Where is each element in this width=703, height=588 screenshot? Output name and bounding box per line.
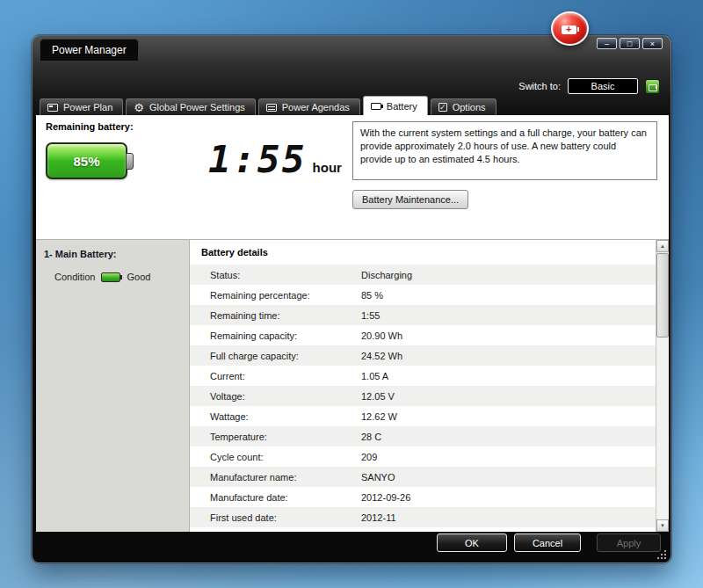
remaining-time-unit: hour bbox=[313, 160, 342, 175]
tab-label: Global Power Settings bbox=[149, 102, 245, 113]
window-title: Power Manager bbox=[40, 39, 139, 61]
detail-value: 1:55 bbox=[361, 310, 380, 321]
table-row: Wattage: 12.62 W bbox=[190, 406, 656, 426]
window-controls: – □ × bbox=[597, 38, 663, 49]
power-manager-alert-icon[interactable] bbox=[551, 11, 589, 46]
close-button[interactable]: × bbox=[642, 38, 663, 49]
remaining-battery-heading: Remaining battery: bbox=[46, 121, 134, 132]
document-icon bbox=[47, 104, 58, 112]
remaining-time-value: 1:55 bbox=[208, 141, 307, 178]
condition-value: Good bbox=[127, 272, 150, 282]
detail-label: Remaining percentage: bbox=[210, 290, 361, 301]
detail-value: 24.52 Wh bbox=[361, 351, 402, 361]
detail-label: Remaining capacity: bbox=[210, 330, 361, 341]
mode-switch-row: Switch to: Basic bbox=[518, 78, 660, 94]
resize-grip[interactable] bbox=[656, 548, 666, 559]
scrollbar-thumb[interactable] bbox=[656, 253, 669, 338]
detail-value: 209 bbox=[361, 452, 377, 462]
calendar-icon bbox=[266, 104, 277, 112]
switch-to-label: Switch to: bbox=[518, 81, 561, 91]
detail-label: Cycle count: bbox=[210, 452, 361, 462]
table-row: Remaining percentage: 85 % bbox=[190, 285, 656, 305]
tab-battery[interactable]: Battery bbox=[363, 96, 428, 115]
desktop: Power Manager – □ × Switch to: Basic Pow… bbox=[0, 0, 703, 588]
table-row: Full charge capacity: 24.52 Wh bbox=[190, 345, 656, 366]
detail-value: SANYO bbox=[361, 472, 395, 483]
tab-bar: Power Plan ⚙ Global Power Settings Power… bbox=[40, 96, 496, 115]
table-row: Manufacture date: 2012-09-26 bbox=[190, 487, 656, 507]
battery-description-box: With the current system settings and a f… bbox=[352, 121, 657, 180]
minimize-button[interactable]: – bbox=[597, 38, 617, 49]
detail-value: 1.05 A bbox=[361, 371, 388, 381]
tab-options[interactable]: ✓ Options bbox=[431, 98, 496, 115]
switch-to-basic-button[interactable]: Basic bbox=[568, 78, 638, 94]
detail-label: Status: bbox=[210, 270, 361, 280]
detail-label: Manufacture date: bbox=[210, 492, 361, 503]
battery-tab-content: Remaining battery: 85% 1:55 hour With th… bbox=[36, 115, 669, 532]
tab-label: Power Agendas bbox=[282, 102, 350, 113]
battery-maintenance-button[interactable]: Battery Maintenance... bbox=[352, 190, 468, 209]
tab-power-agendas[interactable]: Power Agendas bbox=[258, 98, 360, 115]
detail-label: Manufacturer name: bbox=[210, 472, 361, 483]
battery-details-heading: Battery details bbox=[190, 240, 656, 265]
detail-value: 2012-09-26 bbox=[361, 492, 410, 503]
power-manager-window: Power Manager – □ × Switch to: Basic Pow… bbox=[32, 35, 671, 563]
detail-label: Voltage: bbox=[210, 391, 361, 402]
condition-row: Condition Good bbox=[54, 272, 150, 282]
battery-level-graphic: 85% bbox=[46, 142, 127, 179]
table-row: First used date: 2012-11 bbox=[190, 507, 656, 527]
table-row: Current: 1.05 A bbox=[190, 366, 656, 386]
table-row: Voltage: 12.05 V bbox=[190, 386, 656, 406]
battery-plus-icon bbox=[562, 25, 576, 34]
battery-list-sidebar: 1- Main Battery: Condition Good bbox=[36, 239, 190, 532]
tab-label: Power Plan bbox=[63, 102, 112, 113]
tab-label: Battery bbox=[387, 101, 417, 112]
detail-label: Current: bbox=[210, 371, 361, 381]
gear-icon: ⚙ bbox=[134, 102, 144, 113]
table-row: Cycle count: 209 bbox=[190, 446, 656, 467]
detail-value: 2012-11 bbox=[361, 512, 396, 523]
table-row: Temperature: 28 C bbox=[190, 426, 656, 446]
detail-label: Temperature: bbox=[210, 432, 361, 442]
condition-label: Condition bbox=[54, 272, 95, 282]
detail-label: Remaining time: bbox=[210, 310, 361, 321]
detail-value: 28 C bbox=[361, 432, 381, 442]
detail-value: 20.90 Wh bbox=[361, 330, 402, 341]
tab-label: Options bbox=[453, 102, 486, 113]
battery-details-table: Status: Discharging Remaining percentage… bbox=[190, 265, 656, 527]
tab-power-plan[interactable]: Power Plan bbox=[40, 98, 123, 115]
remaining-time-display: 1:55 hour bbox=[208, 141, 342, 178]
table-row: Manufacturer name: SANYO bbox=[190, 467, 656, 487]
detail-label: Wattage: bbox=[210, 411, 361, 422]
dialog-footer: OK Cancel Apply bbox=[33, 530, 670, 563]
condition-battery-icon bbox=[101, 272, 120, 282]
maximize-button[interactable]: □ bbox=[620, 38, 640, 49]
detail-value: 12.62 W bbox=[361, 411, 397, 422]
cancel-button[interactable]: Cancel bbox=[514, 534, 581, 552]
detail-label: Full charge capacity: bbox=[210, 351, 361, 361]
battery-details-panel: Battery details Status: Discharging Rema… bbox=[190, 239, 656, 532]
details-scrollbar[interactable]: ▲ ▼ bbox=[656, 239, 669, 532]
detail-value: 12.05 V bbox=[361, 391, 395, 402]
scroll-down-icon[interactable]: ▼ bbox=[656, 519, 669, 532]
battery-icon bbox=[371, 103, 381, 110]
detail-value: Discharging bbox=[361, 270, 412, 280]
ok-button[interactable]: OK bbox=[437, 534, 507, 552]
checkbox-icon: ✓ bbox=[438, 103, 447, 112]
tab-global-power-settings[interactable]: ⚙ Global Power Settings bbox=[126, 98, 256, 115]
battery-gauge-icon[interactable] bbox=[645, 79, 660, 94]
battery-percent-label: 85% bbox=[73, 154, 99, 169]
apply-button[interactable]: Apply bbox=[597, 534, 661, 552]
detail-value: 85 % bbox=[361, 290, 383, 301]
detail-label: First used date: bbox=[210, 512, 361, 523]
table-row: Remaining capacity: 20.90 Wh bbox=[190, 325, 656, 345]
main-battery-title: 1- Main Battery: bbox=[44, 249, 117, 259]
scroll-up-icon[interactable]: ▲ bbox=[656, 240, 669, 252]
table-row: Remaining time: 1:55 bbox=[190, 305, 656, 325]
table-row: Status: Discharging bbox=[190, 265, 656, 285]
window-title-label: Power Manager bbox=[52, 44, 127, 56]
